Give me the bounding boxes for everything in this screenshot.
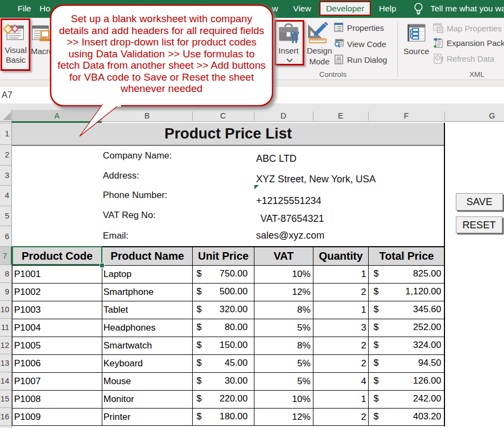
svg-text:!: ! (441, 55, 443, 63)
